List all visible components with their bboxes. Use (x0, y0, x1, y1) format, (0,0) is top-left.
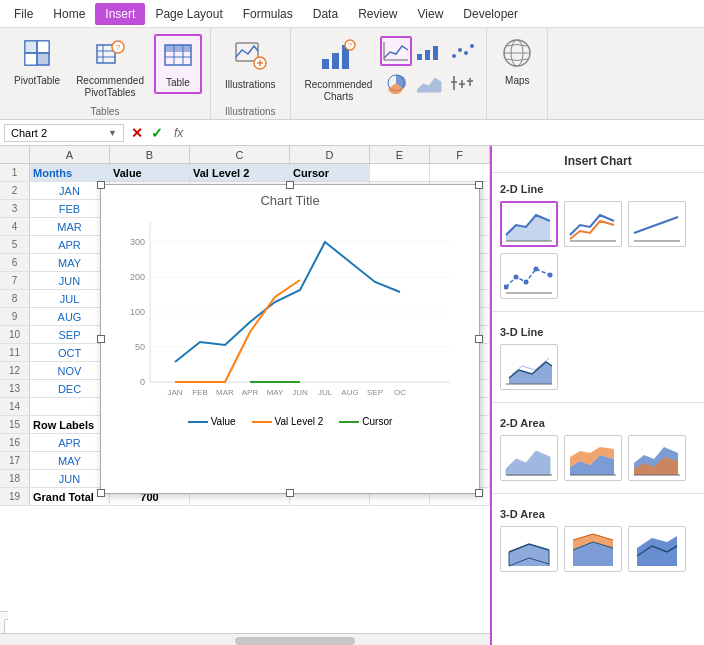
menu-data[interactable]: Data (303, 3, 348, 25)
menu-home[interactable]: Home (43, 3, 95, 25)
section-2d-area: 2-D Area (492, 407, 704, 489)
chart-thumb-area-basic[interactable] (500, 435, 558, 481)
right-panel: Insert Chart 2-D Line (490, 146, 704, 645)
panel-title-text: Insert Chart (564, 154, 631, 168)
pivot-table-button[interactable]: PivotTable (8, 34, 66, 90)
chart-overlay[interactable]: Chart Title 0 50 100 200 300 (100, 184, 480, 494)
cell-A18[interactable]: JUN (30, 470, 110, 487)
col-header-F[interactable]: F (430, 146, 490, 163)
horizontal-scrollbar[interactable] (0, 633, 490, 645)
svg-text:50: 50 (135, 342, 145, 352)
chart-thumb-area-stacked[interactable] (564, 435, 622, 481)
maps-group: Maps (487, 28, 548, 119)
section-2d-line-label: 2-D Line (500, 179, 696, 201)
resize-handle-r[interactable] (475, 335, 483, 343)
recommended-charts-button[interactable]: ? RecommendedCharts (299, 34, 379, 106)
menu-pagelayout[interactable]: Page Layout (145, 3, 232, 25)
pie-chart-btn[interactable] (380, 68, 412, 98)
legend-dot-value (188, 421, 208, 423)
cell-E1[interactable] (370, 164, 430, 181)
resize-handle-tr[interactable] (475, 181, 483, 189)
menu-file[interactable]: File (4, 3, 43, 25)
col-header-E[interactable]: E (370, 146, 430, 163)
chart-svg: 0 50 100 200 300 JAN FEB MAR APR MAY JUN… (110, 212, 470, 412)
row-num-1: 1 (0, 164, 30, 181)
chart-thumb-line-marker[interactable] (500, 253, 558, 299)
cell-A3[interactable]: FEB (30, 200, 110, 217)
cell-A6[interactable]: MAY (30, 254, 110, 271)
cell-D1[interactable]: Cursor (290, 164, 370, 181)
cell-A17[interactable]: MAY (30, 452, 110, 469)
cell-A1[interactable]: Months (30, 164, 110, 181)
col-header-C[interactable]: C (190, 146, 290, 163)
chart-row-2d-line (500, 201, 696, 253)
sep-3 (492, 493, 704, 494)
cell-A11[interactable]: OCT (30, 344, 110, 361)
scatter-chart-btn[interactable] (446, 36, 478, 66)
cell-F1[interactable] (430, 164, 490, 181)
name-box[interactable]: Chart 2 ▼ (4, 124, 124, 142)
menu-view[interactable]: View (408, 3, 454, 25)
col-header-B[interactable]: B (110, 146, 190, 163)
cell-B1[interactable]: Value (110, 164, 190, 181)
row-num-2: 2 (0, 182, 30, 199)
chart-thumb-3d-line[interactable] (500, 344, 558, 390)
table-button[interactable]: Table (154, 34, 202, 94)
charts-group: ? RecommendedCharts (291, 28, 488, 119)
recommended-pivottables-button[interactable]: ? RecommendedPivotTables (70, 34, 150, 102)
illustrations-button[interactable]: Illustrations (219, 34, 282, 94)
cell-A4[interactable]: MAR (30, 218, 110, 235)
chart-thumb-3d-area-basic[interactable] (500, 526, 558, 572)
svg-text:200: 200 (130, 272, 145, 282)
line-chart-btn[interactable] (380, 36, 412, 66)
svg-point-30 (452, 54, 456, 58)
bar-chart-btn[interactable] (413, 36, 445, 66)
chart-thumb-3d-area-stacked[interactable] (564, 526, 622, 572)
svg-point-73 (548, 273, 553, 278)
cell-A16[interactable]: APR (30, 434, 110, 451)
menu-review[interactable]: Review (348, 3, 407, 25)
col-header-D[interactable]: D (290, 146, 370, 163)
resize-handle-l[interactable] (97, 335, 105, 343)
resize-handle-br[interactable] (475, 489, 483, 497)
name-box-dropdown-icon[interactable]: ▼ (108, 128, 117, 138)
menu-developer[interactable]: Developer (453, 3, 528, 25)
resize-handle-b[interactable] (286, 489, 294, 497)
menu-formulas[interactable]: Formulas (233, 3, 303, 25)
formula-actions: ✕ ✓ (128, 125, 166, 141)
cell-A15[interactable]: Row Labels (30, 416, 110, 433)
confirm-icon[interactable]: ✓ (148, 125, 166, 141)
svg-text:MAR: MAR (216, 388, 234, 397)
cell-A5[interactable]: APR (30, 236, 110, 253)
stock-chart-btn[interactable] (446, 68, 478, 98)
panel-title: Insert Chart (492, 146, 704, 173)
chart-thumb-line-plain[interactable] (628, 201, 686, 247)
formula-input[interactable] (191, 127, 700, 139)
cell-A8[interactable]: JUL (30, 290, 110, 307)
cell-A12[interactable]: NOV (30, 362, 110, 379)
col-header-A[interactable]: A (30, 146, 110, 163)
chart-row-2d-line-2 (500, 253, 696, 305)
chart-thumb-area-filled[interactable] (628, 435, 686, 481)
pivot-table-icon (21, 37, 53, 73)
cell-A7[interactable]: JUN (30, 272, 110, 289)
area-chart-btn[interactable] (413, 68, 445, 98)
cell-C1[interactable]: Val Level 2 (190, 164, 290, 181)
chart-thumb-line-simple[interactable] (564, 201, 622, 247)
row-num-header (0, 146, 30, 163)
resize-handle-t[interactable] (286, 181, 294, 189)
chart-thumb-3d-area-filled[interactable] (628, 526, 686, 572)
svg-point-70 (514, 275, 519, 280)
chart-legend: Value Val Level 2 Cursor (101, 412, 479, 431)
scrollbar-thumb[interactable] (235, 637, 355, 645)
maps-button[interactable]: Maps (495, 34, 539, 90)
cell-A13[interactable]: DEC (30, 380, 110, 397)
chart-title: Chart Title (101, 185, 479, 212)
resize-handle-tl[interactable] (97, 181, 105, 189)
cell-A9[interactable]: AUG (30, 308, 110, 325)
chart-thumb-line-fill[interactable] (500, 201, 558, 247)
svg-rect-2 (37, 41, 49, 53)
menu-insert[interactable]: Insert (95, 3, 145, 25)
cancel-icon[interactable]: ✕ (128, 125, 146, 141)
resize-handle-bl[interactable] (97, 489, 105, 497)
